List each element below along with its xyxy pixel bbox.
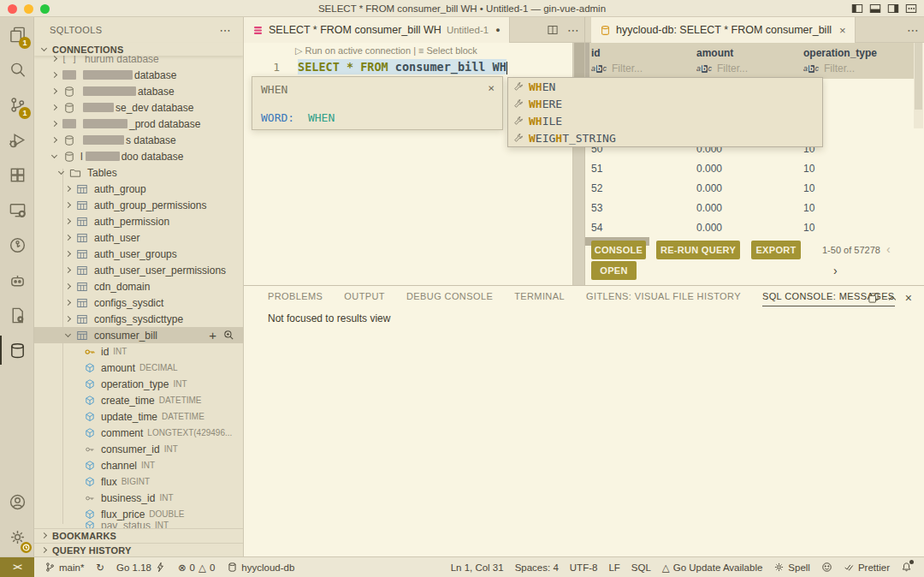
close-tab-icon[interactable]: × bbox=[839, 24, 846, 37]
indentation-item[interactable]: Spaces: 4 bbox=[515, 562, 559, 573]
filter-input-id[interactable]: abcFilter... bbox=[589, 61, 696, 74]
notifications-bell-icon[interactable] bbox=[901, 562, 912, 573]
run-icon[interactable]: ▷ bbox=[295, 45, 302, 56]
table-row[interactable]: 54 0.000 10 bbox=[589, 217, 906, 237]
sqltools-database-icon[interactable] bbox=[0, 333, 34, 368]
maximize-window-button[interactable] bbox=[40, 4, 50, 14]
table-item[interactable]: auth_group_permissions + bbox=[34, 197, 243, 213]
code-line-1[interactable]: 1 SELECT * FROM consumer_bill WH bbox=[244, 59, 507, 75]
modified-dot-icon[interactable]: ● bbox=[495, 26, 500, 34]
open-button[interactable]: OPEN bbox=[591, 261, 637, 280]
next-page-icon[interactable]: › bbox=[833, 264, 838, 277]
codelens-select-link[interactable]: Select block bbox=[427, 45, 477, 56]
previous-page-icon[interactable]: ‹ bbox=[886, 242, 891, 256]
eol-item[interactable]: LF bbox=[608, 562, 619, 573]
tables-folder[interactable]: Tables bbox=[34, 164, 243, 181]
connection-item[interactable]: [ ] _prod database bbox=[34, 116, 243, 132]
codelens-run-link[interactable]: Run on active connection bbox=[305, 45, 412, 56]
column-item[interactable]: comment LONGTEXT(429496... bbox=[34, 425, 243, 441]
column-item[interactable]: consumer_id INT bbox=[34, 441, 243, 457]
connection-item[interactable]: [ ] l doo database bbox=[34, 148, 243, 164]
robot-assistant-icon[interactable] bbox=[0, 263, 34, 298]
table-item[interactable]: configs_sysdict + bbox=[34, 294, 243, 311]
panel-tab[interactable]: GITLENS: VISUAL FILE HISTORY bbox=[586, 291, 741, 306]
rerun-query-button[interactable]: RE-RUN QUERY bbox=[656, 241, 740, 259]
go-update-item[interactable]: △ Go Update Available bbox=[662, 562, 763, 574]
column-item[interactable]: amount DECIMAL bbox=[34, 360, 243, 376]
column-item[interactable]: id INT bbox=[34, 343, 243, 360]
suggestion-item[interactable]: WEIGHT_STRING bbox=[508, 129, 822, 146]
column-item[interactable]: business_id INT bbox=[34, 490, 243, 506]
bookmarks-section-header[interactable]: BOOKMARKS bbox=[34, 528, 243, 543]
remote-indicator[interactable]: >< bbox=[0, 557, 34, 577]
column-item[interactable]: channel INT bbox=[34, 457, 243, 473]
open-views-icon[interactable] bbox=[868, 292, 880, 304]
explorer-icon[interactable]: 1 bbox=[0, 17, 34, 52]
column-header-operation-type[interactable]: operation_type bbox=[803, 43, 906, 59]
table-row[interactable]: 51 0.000 10 bbox=[589, 158, 906, 178]
table-item[interactable]: auth_user_groups + bbox=[34, 246, 243, 262]
problems-item[interactable]: ⊗ 0 △ 0 bbox=[178, 562, 215, 574]
column-item[interactable]: operation_type INT bbox=[34, 376, 243, 392]
extensions-icon[interactable] bbox=[0, 158, 34, 193]
panel-tab[interactable]: PROBLEMS bbox=[268, 291, 323, 306]
feedback-smiley-icon[interactable] bbox=[821, 562, 832, 573]
results-more-icon[interactable]: ⋯ bbox=[907, 23, 919, 37]
encoding-item[interactable]: UTF-8 bbox=[570, 562, 598, 573]
toggle-secondary-sidebar-icon[interactable] bbox=[887, 3, 899, 15]
connection-item[interactable]: [ ] atabase bbox=[34, 83, 243, 99]
column-item[interactable]: create_time DATETIME bbox=[34, 392, 243, 408]
query-history-section-header[interactable]: QUERY HISTORY bbox=[34, 543, 243, 556]
close-panel-icon[interactable]: × bbox=[905, 291, 912, 305]
table-row[interactable]: 52 0.000 10 bbox=[589, 178, 906, 198]
close-window-button[interactable] bbox=[8, 4, 17, 14]
gitlens-icon[interactable] bbox=[0, 228, 34, 263]
magnifier-plus-icon[interactable] bbox=[223, 330, 234, 341]
table-item[interactable]: configs_sysdicttype + bbox=[34, 311, 243, 327]
connection-item[interactable]: [ ] se_dev database bbox=[34, 99, 243, 116]
results-tab[interactable]: hyycloud-db: SELECT * FROM consumer_bill… bbox=[591, 17, 856, 43]
sidebar-more-icon[interactable]: ⋯ bbox=[220, 24, 231, 37]
spell-item[interactable]: Spell bbox=[773, 562, 810, 573]
column-item[interactable]: flux BIGINT bbox=[34, 473, 243, 490]
table-item[interactable]: consumer_bill + bbox=[34, 327, 243, 343]
sync-icon[interactable]: ↻ bbox=[96, 562, 104, 574]
close-hover-icon[interactable]: × bbox=[488, 81, 495, 94]
suggestion-item[interactable]: WHERE bbox=[508, 95, 822, 112]
select-block-icon[interactable]: ≡ bbox=[418, 45, 424, 56]
cursor-position-item[interactable]: Ln 1, Col 31 bbox=[451, 562, 504, 573]
column-header-id[interactable]: id bbox=[589, 43, 696, 59]
table-row[interactable]: 53 0.000 10 bbox=[589, 198, 906, 217]
connection-item[interactable]: [ ] s database bbox=[34, 132, 243, 148]
filter-input-amount[interactable]: abcFilter... bbox=[696, 61, 803, 74]
branch-item[interactable]: main* bbox=[44, 562, 84, 573]
source-control-icon[interactable]: 1 bbox=[0, 87, 34, 122]
connections-section-header[interactable]: CONNECTIONS bbox=[34, 43, 243, 56]
editor-more-icon[interactable]: ⋯ bbox=[567, 23, 579, 37]
panel-tab[interactable]: TERMINAL bbox=[514, 291, 565, 306]
go-version-item[interactable]: Go 1.18 bbox=[116, 562, 166, 573]
export-button[interactable]: EXPORT bbox=[751, 241, 801, 259]
connection-item[interactable]: [ ] database bbox=[34, 67, 243, 83]
language-mode-item[interactable]: SQL bbox=[631, 562, 651, 573]
results-vscroll-thumb[interactable] bbox=[915, 43, 922, 110]
split-editor-icon[interactable] bbox=[547, 24, 559, 36]
suggestion-item[interactable]: WHILE bbox=[508, 112, 822, 129]
remote-explorer-icon[interactable] bbox=[0, 193, 34, 228]
suggestion-item[interactable]: WHEN bbox=[508, 78, 822, 95]
column-item[interactable]: update_time DATETIME bbox=[34, 408, 243, 425]
active-connection-item[interactable]: hyycloud-db bbox=[227, 562, 294, 573]
settings-gear-icon[interactable] bbox=[0, 520, 34, 555]
customize-layout-icon[interactable] bbox=[905, 3, 917, 15]
table-item[interactable]: auth_user + bbox=[34, 229, 243, 246]
prettier-item[interactable]: Prettier bbox=[844, 562, 890, 573]
filter-input-operation-type[interactable]: abcFilter... bbox=[803, 61, 906, 74]
table-item[interactable]: auth_permission + bbox=[34, 213, 243, 229]
table-item[interactable]: auth_group + bbox=[34, 181, 243, 197]
search-icon[interactable] bbox=[0, 52, 34, 87]
column-header-amount[interactable]: amount bbox=[696, 43, 803, 59]
run-debug-icon[interactable] bbox=[0, 122, 34, 158]
table-item[interactable]: cdn_domain + bbox=[34, 278, 243, 294]
accounts-icon[interactable] bbox=[0, 485, 34, 520]
minimize-window-button[interactable] bbox=[24, 4, 33, 14]
